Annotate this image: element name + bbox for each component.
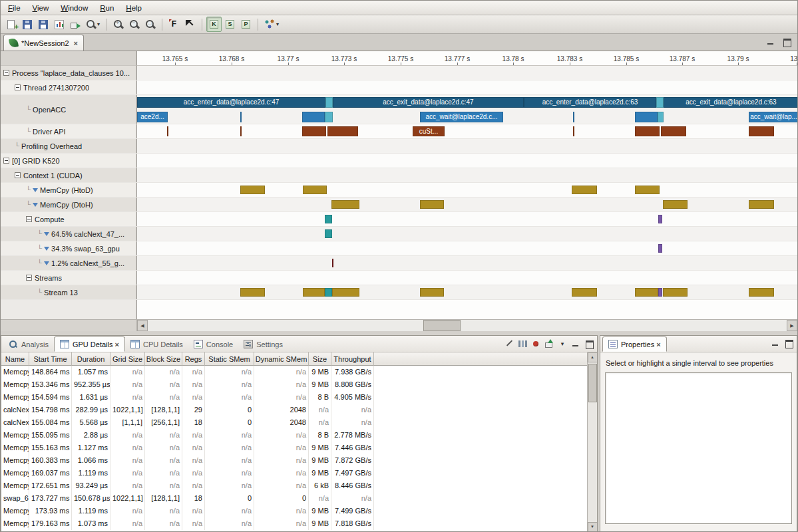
export-icon[interactable] [544,338,554,349]
stream-view-toggle[interactable]: S [222,17,238,32]
table-row[interactable]: Memcpy153.346 ms952.355 µsn/an/an/an/an/… [1,378,587,391]
column-header-grid-size[interactable]: Grid Size [110,352,145,366]
table-row[interactable]: Memcpy154.594 ms1.631 µsn/an/an/an/an/a8… [1,391,587,404]
timeline-interval[interactable]: acc_enter_data@laplace2d.c:47 [137,97,325,108]
close-tab-icon[interactable]: × [656,340,660,348]
timeline-interval[interactable] [635,112,658,122]
timeline-interval[interactable] [749,200,774,209]
tab-properties[interactable]: Properties × [602,336,667,352]
export-button[interactable] [67,17,83,32]
tab-newsession2[interactable]: *NewSession2 × [3,35,84,51]
tree-item-stream-13[interactable]: └Stream 13 [1,285,137,299]
minimize-icon[interactable] [570,339,581,348]
menu-file[interactable]: File [2,2,27,14]
column-header-regs[interactable]: Regs [182,352,205,366]
tab-cpu-details[interactable]: CPU Details [125,336,188,352]
column-header-start-time[interactable]: Start Time [29,352,72,366]
timeline-interval[interactable]: acc_enter_data@laplace2d.c:63 [524,97,656,108]
timeline-interval[interactable]: acc_exit_data@laplace2d.c:47 [333,97,524,108]
tree-item-process-laplace-data-clauses-10[interactable]: Process "laplace_data_clauses 10... [1,66,137,80]
tree-item-64-5-calcnext-47[interactable]: └64.5% calcNext_47_... [1,227,137,241]
scroll-left-icon[interactable]: ◀ [137,320,148,331]
close-tab-icon[interactable]: × [115,340,119,348]
timeline-interval[interactable] [240,112,242,122]
save-all-button[interactable] [35,17,51,32]
menu-window[interactable]: Window [55,2,94,14]
tree-item-profiling-overhead[interactable]: └Profiling Overhead [1,139,137,153]
tree-item-0-grid-k520[interactable]: [0] GRID K520 [1,154,137,168]
timeline-interval[interactable]: cuSt... [413,126,445,136]
tree-item-driver-api[interactable]: └Driver API [1,124,137,138]
kernel-view-toggle[interactable]: K [206,17,222,32]
table-row[interactable]: swap_63173.727 ms150.678 µs1022,1,1][128… [1,492,587,505]
timeline-interval[interactable]: acc_wait@lap... [749,112,797,122]
timeline-interval[interactable] [302,112,325,122]
scroll-up-icon[interactable]: ▲ [588,352,598,362]
timeline-interval[interactable] [240,126,242,136]
tab-analysis[interactable]: Analysis [3,336,54,352]
timeline-interval[interactable]: acc_exit_data@laplace2d.c:63 [664,97,797,108]
collapse-toggle-icon[interactable] [26,275,32,281]
menu-help[interactable]: Help [120,2,148,14]
timeline-interval[interactable]: acc_wait@laplace2d.c... [420,112,503,122]
report-button[interactable] [51,17,67,32]
select-arrow-button[interactable] [182,17,198,32]
time-ruler[interactable]: 13.765 s13.768 s13.77 s13.773 s13.775 s1… [137,51,797,66]
close-tab-icon[interactable]: × [74,39,78,47]
pen-icon[interactable] [504,338,514,349]
tab-console[interactable]: Console [188,336,238,352]
tab-gpu-details[interactable]: GPU Details× [54,336,125,352]
timeline-interval[interactable] [572,288,597,297]
table-row[interactable]: calcNext154.798 ms282.99 µs1022,1,1][128… [1,404,587,416]
timeline-interval[interactable] [749,126,774,136]
timeline-interval[interactable] [663,288,688,297]
timeline-interval[interactable] [325,229,332,238]
new-session-button[interactable] [3,17,19,32]
timeline-interval[interactable] [332,288,359,297]
column-header-size[interactable]: Size [309,352,331,366]
timeline-interval[interactable] [331,200,359,209]
timeline-interval[interactable] [420,200,444,209]
timeline-interval[interactable] [656,97,664,108]
menu-view[interactable]: View [27,2,55,14]
search-button[interactable]: ▾ [83,17,102,32]
tree-item-openacc[interactable]: └OpenACC [1,95,137,124]
collapse-toggle-icon[interactable] [15,172,21,178]
timeline-interval[interactable] [240,288,265,297]
timeline-interval[interactable] [658,112,664,122]
tree-item-memcpy-htod[interactable]: └MemCpy (HtoD) [1,183,137,197]
table-row[interactable]: Memcpy155.163 ms1.127 msn/an/an/an/an/a9… [1,442,587,454]
process-view-toggle[interactable]: P [238,17,254,32]
timeline-interval[interactable] [572,186,597,194]
zoom-fit-button[interactable]: □ [142,17,158,32]
column-header-name[interactable]: Name [1,352,29,366]
timeline-interval[interactable] [240,186,265,194]
timeline-interval[interactable] [658,215,662,223]
minimize-icon[interactable] [770,338,781,348]
timeline-interval[interactable] [573,112,574,122]
timeline-interval[interactable] [303,288,325,297]
zoom-out-button[interactable]: − [126,17,142,32]
table-row[interactable]: Memcpy179.163 ms1.073 msn/an/an/an/an/a9… [1,517,587,530]
hscroll-thumb[interactable] [423,320,461,331]
timeline-interval[interactable] [658,244,662,253]
column-header-duration[interactable]: Duration [72,352,110,366]
timeline-interval[interactable] [325,288,332,297]
hscroll-track[interactable] [148,320,787,331]
maximize-icon[interactable] [781,37,792,47]
timeline-interval[interactable] [325,112,333,122]
timeline-interval[interactable] [749,288,774,297]
minimize-icon[interactable] [765,37,776,47]
collapse-toggle-icon[interactable] [15,84,21,90]
table-row[interactable]: Memcpy155.095 ms2.88 µsn/an/an/an/an/a8 … [1,429,587,442]
columns-icon[interactable] [517,338,528,349]
collapse-toggle-icon[interactable] [26,216,32,222]
tree-item-thread-2741307200[interactable]: Thread 2741307200 [1,80,137,94]
timeline-interval[interactable] [332,259,333,267]
table-row[interactable]: calcNext155.084 ms5.568 µs[1,1,1][256,1,… [1,416,587,429]
timeline-interval[interactable] [661,126,686,136]
timeline-interval[interactable] [635,288,658,297]
scroll-right-icon[interactable]: ▶ [787,320,797,331]
maximize-icon[interactable] [783,338,794,348]
table-row[interactable]: Memcpy160.383 ms1.066 msn/an/an/an/an/a9… [1,454,587,467]
